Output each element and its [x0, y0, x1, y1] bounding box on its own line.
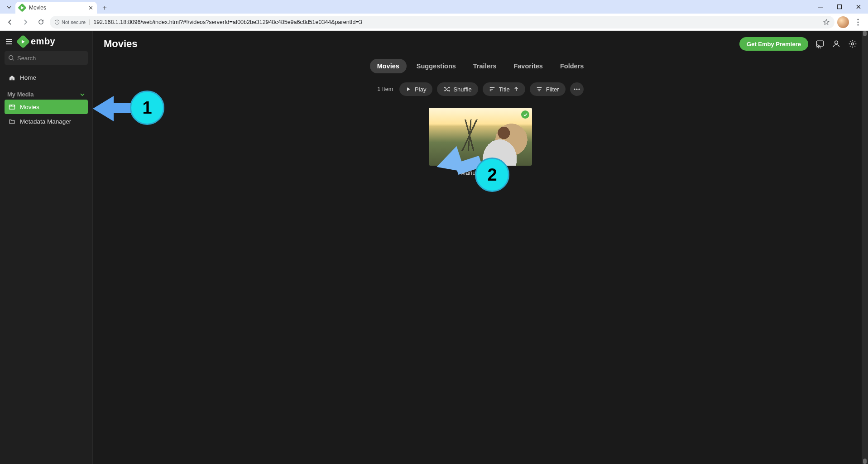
item-count: 1 Item [377, 86, 393, 92]
tab-search-dropdown[interactable] [5, 3, 14, 12]
sidebar-item-label: Metadata Manager [20, 118, 71, 125]
play-icon [406, 86, 411, 92]
main-content: Movies Get Emby Premiere Movies Suggesti… [93, 31, 868, 464]
window-minimize-button[interactable] [811, 0, 830, 14]
svg-point-12 [574, 88, 575, 90]
profile-avatar[interactable] [837, 16, 849, 28]
sidebar-section-label: My Media [7, 91, 34, 98]
hamburger-icon[interactable] [5, 37, 14, 46]
sidebar-item-home[interactable]: Home [5, 70, 88, 85]
user-icon[interactable] [832, 39, 841, 48]
svg-point-9 [816, 47, 817, 48]
more-button[interactable] [570, 82, 584, 96]
folder-icon [8, 118, 15, 125]
play-button[interactable]: Play [399, 82, 432, 96]
new-tab-button[interactable]: ＋ [99, 2, 110, 14]
svg-point-10 [835, 41, 838, 44]
chevron-down-icon [80, 92, 85, 97]
filter-button[interactable]: Filter [530, 82, 566, 96]
search-placeholder: Search [17, 55, 36, 62]
page-title: Movies [104, 38, 138, 50]
svg-point-6 [9, 56, 13, 60]
sidebar-item-movies[interactable]: Movies [5, 100, 88, 114]
sort-button[interactable]: Title [483, 82, 525, 96]
watched-badge-icon [521, 110, 529, 119]
shuffle-label: Shuffle [453, 86, 471, 93]
sort-icon [489, 86, 495, 92]
shuffle-icon [443, 86, 450, 92]
filter-label: Filter [546, 86, 559, 93]
library-tabs: Movies Suggestions Trailers Favorites Fo… [104, 59, 857, 73]
security-label: Not secure [62, 19, 86, 25]
play-label: Play [415, 86, 426, 93]
tab-trailers[interactable]: Trailers [466, 59, 504, 73]
more-icon [574, 88, 580, 90]
tab-folders[interactable]: Folders [553, 59, 591, 73]
svg-point-3 [857, 19, 858, 20]
browser-titlebar: Movies ✕ ＋ [0, 0, 868, 14]
home-icon [8, 74, 15, 81]
security-chip[interactable]: ! Not secure [54, 19, 90, 25]
sidebar-item-metadata[interactable]: Metadata Manager [5, 114, 88, 129]
nav-reload-button[interactable] [34, 16, 47, 29]
gear-icon[interactable] [848, 39, 857, 48]
gallery: Marius hosting [104, 108, 857, 176]
url-text: 192.168.1.18:8096/web/index.html?#!/vide… [93, 19, 362, 25]
sidebar-section-mymedia[interactable]: My Media [5, 91, 88, 98]
shuffle-button[interactable]: Shuffle [437, 82, 478, 96]
tab-close-icon[interactable]: ✕ [88, 5, 93, 11]
brand-text: emby [31, 36, 55, 47]
sidebar: emby Search Home My Media Movies [0, 31, 93, 464]
vertical-scrollbar[interactable] [862, 31, 868, 464]
window-close-button[interactable] [849, 0, 868, 14]
tab-movies[interactable]: Movies [370, 59, 407, 73]
svg-rect-8 [817, 41, 824, 46]
emby-app: emby Search Home My Media Movies [0, 31, 868, 464]
address-bar[interactable]: ! Not secure 192.168.1.18:8096/web/index… [50, 16, 834, 29]
nav-forward-button[interactable] [19, 16, 32, 29]
svg-point-14 [578, 88, 580, 90]
svg-point-11 [852, 43, 854, 45]
tab-suggestions[interactable]: Suggestions [409, 59, 463, 73]
bookmark-star-icon[interactable] [823, 19, 830, 26]
tab-favorites[interactable]: Favorites [506, 59, 550, 73]
get-premiere-button[interactable]: Get Emby Premiere [739, 37, 808, 51]
tab-title: Movies [29, 5, 46, 11]
tab-favicon-icon [19, 5, 25, 11]
sidebar-item-label: Home [20, 74, 36, 81]
svg-rect-1 [838, 5, 842, 9]
search-input[interactable]: Search [5, 51, 88, 65]
svg-point-4 [857, 21, 858, 23]
topbar: Movies Get Emby Premiere [104, 37, 857, 51]
brand-logo-icon [16, 34, 30, 48]
filter-icon [536, 86, 542, 92]
movie-card[interactable]: Marius hosting [429, 108, 532, 176]
window-controls [811, 0, 868, 14]
library-controls: 1 Item Play Shuffle Title Filter [104, 82, 857, 96]
sort-label: Title [499, 86, 510, 93]
cast-icon[interactable] [815, 39, 825, 48]
brand[interactable]: emby [18, 36, 55, 47]
arrow-up-icon [513, 86, 519, 92]
browser-menu-button[interactable] [852, 19, 864, 26]
sidebar-item-label: Movies [20, 104, 39, 110]
svg-point-13 [576, 88, 577, 90]
browser-tab[interactable]: Movies ✕ [15, 2, 97, 14]
window-maximize-button[interactable] [830, 0, 849, 14]
movie-title: Marius hosting [429, 169, 532, 176]
search-icon [8, 55, 14, 61]
movie-thumbnail[interactable] [429, 108, 532, 166]
nav-back-button[interactable] [4, 16, 16, 29]
svg-rect-0 [818, 7, 823, 7]
movie-icon [8, 104, 15, 110]
svg-text:!: ! [57, 21, 58, 24]
browser-toolbar: ! Not secure 192.168.1.18:8096/web/index… [0, 14, 868, 31]
svg-point-5 [857, 24, 858, 25]
